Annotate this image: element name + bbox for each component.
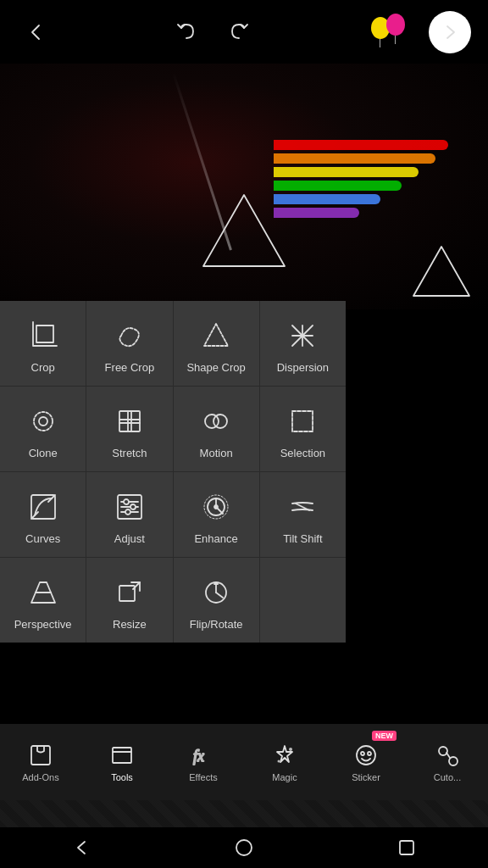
motion-icon [197,403,235,440]
tool-free-crop[interactable]: Free Crop [86,301,173,386]
cutout-label: Cuto... [434,772,461,782]
free-crop-label: Free Crop [105,361,155,374]
stretch-label: Stretch [112,447,147,459]
svg-line-41 [216,593,223,598]
crop-icon [25,317,62,354]
perspective-icon [25,574,62,611]
nav-addons[interactable]: Add-Ons [0,724,81,800]
svg-point-27 [124,499,129,504]
image-area [0,64,488,309]
top-center-controls [169,14,257,51]
svg-point-54 [236,840,252,855]
back-sys-button[interactable] [63,829,100,866]
adjust-icon [111,488,148,526]
motion-label: Motion [200,447,233,459]
svg-point-29 [125,509,130,515]
bottom-nav: Add-Ons Tools fx Effects Magic NEW [0,724,488,800]
tool-resize[interactable]: Resize [86,558,173,643]
svg-rect-55 [400,841,413,854]
tools-icon [108,742,136,769]
enhance-label: Enhance [194,532,237,545]
dispersion-icon [284,317,321,354]
tilt-shift-label: Tilt Shift [283,532,322,545]
svg-rect-8 [36,326,53,342]
redo-button[interactable] [219,14,257,51]
clone-icon [25,403,62,440]
tool-row-4: Perspective Resize Flip/Rot [0,558,346,643]
curves-icon [25,488,62,526]
home-sys-button[interactable] [225,829,263,866]
tool-clone[interactable]: Clone [0,387,86,471]
enhance-icon [197,488,235,526]
svg-marker-0 [203,195,285,266]
image-background [0,64,488,309]
svg-rect-19 [292,411,313,431]
svg-point-33 [214,505,218,509]
tool-tilt-shift[interactable]: Tilt Shift [260,472,346,557]
dispersion-label: Dispersion [277,361,329,374]
prism-small [412,245,471,301]
undo-button[interactable] [169,14,206,51]
balloon-string-yellow [380,39,380,47]
curves-label: Curves [25,532,60,545]
svg-line-53 [446,753,450,758]
nav-cutout[interactable]: Cuto... [407,724,488,800]
cutout-icon [434,742,461,769]
rainbow-output [274,136,460,225]
svg-point-10 [34,412,53,431]
tool-crop[interactable]: Crop [0,301,86,386]
resize-label: Resize [113,618,147,631]
shape-crop-icon [197,317,235,354]
magic-label: Magic [272,772,297,782]
crop-label: Crop [31,361,55,374]
svg-point-18 [214,415,227,428]
svg-rect-42 [31,746,50,765]
nav-effects[interactable]: fx Effects [163,724,244,800]
balloon-pink [386,14,405,36]
svg-rect-12 [119,411,140,431]
nav-tools[interactable]: Tools [81,724,163,800]
tool-row-1: Crop Free Crop Shape Crop [0,301,346,387]
new-badge: NEW [372,731,396,741]
resize-icon [111,574,148,611]
recents-sys-button[interactable] [388,829,425,866]
flip-rotate-label: Flip/Rotate [190,618,243,631]
svg-point-28 [130,504,136,509]
flip-rotate-icon [197,574,235,611]
tool-selection[interactable]: Selection [260,387,346,471]
addons-label: Add-Ons [22,772,58,782]
system-nav [0,827,488,868]
perspective-label: Perspective [14,618,72,631]
svg-point-50 [368,752,371,755]
tool-flip-rotate[interactable]: Flip/Rotate [174,558,260,643]
next-button[interactable] [429,11,471,53]
effects-label: Effects [189,772,217,782]
svg-point-11 [39,417,47,426]
selection-label: Selection [280,447,325,459]
tool-curves[interactable]: Curves [0,472,86,557]
tool-perspective[interactable]: Perspective [0,558,86,643]
free-crop-icon [111,317,148,354]
top-bar [0,0,488,64]
tilt-shift-icon [284,488,321,526]
nav-sticker[interactable]: NEW Sticker [325,724,407,800]
tool-enhance[interactable]: Enhance [174,472,260,557]
tool-row-3: Curves Adjust [0,472,346,558]
tool-row-2: Clone Stretch Motion [0,387,346,472]
magic-icon [271,742,298,769]
tool-dispersion[interactable]: Dispersion [260,301,346,386]
tool-stretch[interactable]: Stretch [86,387,173,471]
svg-rect-37 [119,586,135,601]
tool-motion[interactable]: Motion [174,387,260,471]
tool-shape-crop[interactable]: Shape Crop [174,301,260,386]
svg-point-47 [278,760,280,763]
svg-marker-7 [413,247,469,296]
svg-marker-9 [204,324,228,346]
svg-point-49 [361,752,364,755]
balloon-string-pink [395,36,396,44]
nav-magic[interactable]: Magic [244,724,325,800]
svg-point-51 [439,747,447,755]
stretch-icon [111,403,148,440]
tool-adjust[interactable]: Adjust [86,472,173,557]
back-button[interactable] [17,14,54,51]
